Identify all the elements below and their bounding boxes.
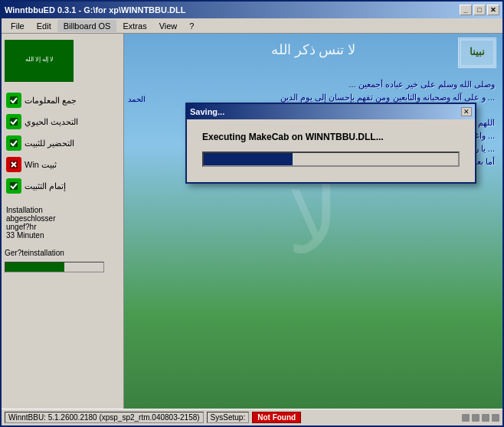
flag-text: لا إله إلا الله xyxy=(5,40,73,82)
tray-icon-1 xyxy=(462,414,470,422)
main-window: WinntbbuED 0.3.1 - G:\for xp\WINNTBBU.DL… xyxy=(0,0,504,427)
svg-text:لا إله إلا الله: لا إله إلا الله xyxy=(25,56,54,63)
logo-area: نبينا xyxy=(458,37,496,68)
update-icon xyxy=(6,114,21,129)
prepare-label: التحضير للثبيت xyxy=(25,139,74,148)
update-label: التحديث الحيوي xyxy=(25,117,78,127)
close-button[interactable]: ✕ xyxy=(487,5,499,15)
minimize-button[interactable]: _ xyxy=(460,5,472,15)
desktop-header-text: لا تنس ذكر الله xyxy=(124,41,502,58)
status-bar: WinntBBU: 5.1.2600.2180 (xpsp_sp2_rtm.04… xyxy=(2,409,502,425)
finish-label: إتمام التثبيت xyxy=(25,181,66,191)
left-desktop-text: الحمد xyxy=(128,95,146,103)
menu-view[interactable]: View xyxy=(153,20,184,32)
collect-info-icon xyxy=(6,93,21,108)
title-buttons: _ □ ✕ xyxy=(460,5,499,15)
sidebar-item-prepare[interactable]: التحضير للثبيت xyxy=(5,134,120,152)
sidebar-item-collect-info[interactable]: جمع المعلومات xyxy=(5,91,120,109)
menu-billboard-os[interactable]: Billboard OS xyxy=(57,20,117,32)
install-win-icon xyxy=(6,157,21,172)
tray-icon-2 xyxy=(472,414,479,422)
dialog-title-bar: Saving... ✕ xyxy=(187,104,475,119)
install-info-text: Installationabgeschlosserungef?hr33 Minu… xyxy=(6,206,119,240)
sidebar-item-update[interactable]: التحديث الحيوي xyxy=(5,112,120,131)
left-text-content: الحمد xyxy=(128,95,146,103)
syssetup-label: SysSetup: xyxy=(207,412,250,423)
sidebar-item-install-win[interactable]: ثبيت Win xyxy=(5,155,120,174)
progress-bar-fill xyxy=(5,262,64,272)
progress-bar xyxy=(5,262,104,272)
dialog-message: Executing MakeCab on WINNTBBU.DLL... xyxy=(202,132,460,142)
prepare-icon xyxy=(6,135,21,151)
dialog-title: Saving... xyxy=(190,107,224,116)
system-tray xyxy=(462,414,499,422)
tray-icon-4 xyxy=(492,414,499,422)
menu-help[interactable]: ? xyxy=(183,20,200,32)
menu-extras[interactable]: Extras xyxy=(116,20,152,32)
dialog-progress-fill xyxy=(204,153,293,165)
tray-icon-3 xyxy=(482,414,489,422)
collect-info-label: جمع المعلومات xyxy=(25,96,77,106)
dialog-body: Executing MakeCab on WINNTBBU.DLL... xyxy=(187,119,475,182)
not-found-badge: Not Found xyxy=(252,412,301,423)
window-title: WinntbbuED 0.3.1 - G:\for xp\WINNTBBU.DL… xyxy=(5,5,185,15)
winntbbu-label: WinntBBU: 5.1.2600.2180 (xpsp_sp2_rtm.04… xyxy=(5,412,204,423)
left-sidebar: لا إله إلا الله جمع المعلومات التحديث ال… xyxy=(2,34,124,409)
content-line-2: ... و على آله وصحبانه والتابعين ومن تفهم… xyxy=(242,93,495,103)
finish-icon xyxy=(6,178,21,194)
menu-bar: File Edit Billboard OS Extras View ? xyxy=(2,18,502,34)
sidebar-item-finish[interactable]: إتمام التثبيت xyxy=(5,177,120,195)
desktop-area: لا لا تنس ذكر الله نبينا الحمد وص xyxy=(124,34,502,409)
install-win-label: ثبيت Win xyxy=(25,160,57,170)
menu-edit[interactable]: Edit xyxy=(31,20,57,32)
install-info: Installationabgeschlosserungef?hr33 Minu… xyxy=(5,204,120,241)
menu-file[interactable]: File xyxy=(5,20,31,32)
dialog-close-button[interactable]: ✕ xyxy=(461,107,472,116)
dialog-progress-bar xyxy=(202,152,460,167)
maximize-button[interactable]: □ xyxy=(473,5,486,15)
flag-area: لا إله إلا الله xyxy=(5,40,74,82)
content-area: لا إله إلا الله جمع المعلومات التحديث ال… xyxy=(2,34,502,409)
svg-text:نبينا: نبينا xyxy=(470,46,485,57)
saving-dialog: Saving... ✕ Executing MakeCab on WINNTBB… xyxy=(185,103,476,184)
title-bar: WinntbbuED 0.3.1 - G:\for xp\WINNTBBU.DL… xyxy=(2,2,502,18)
progress-label: Ger?teinstallation xyxy=(5,249,120,257)
logo-box: نبينا xyxy=(458,37,496,68)
content-line-1: وصلى الله وسلم على خير عباده أجمعين ... xyxy=(242,80,495,90)
